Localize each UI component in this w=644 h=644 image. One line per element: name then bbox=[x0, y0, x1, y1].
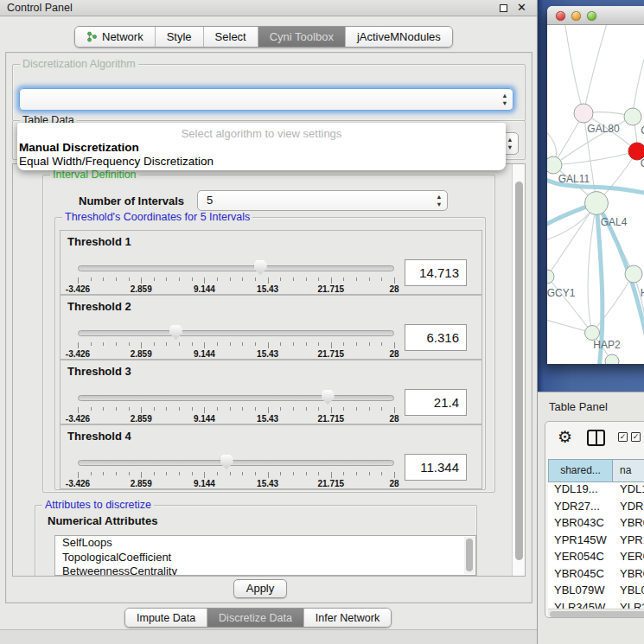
table-row[interactable]: YLR345WYLR3 bbox=[548, 601, 644, 609]
list-item[interactable]: TopologicalCoefficient bbox=[55, 551, 475, 565]
slider-ticks bbox=[78, 277, 394, 284]
scrollbar-thumb[interactable] bbox=[515, 182, 523, 560]
scale-label: 2.859 bbox=[131, 479, 152, 488]
node-label: G bbox=[641, 124, 644, 137]
column-header-name[interactable]: na bbox=[613, 459, 644, 482]
node-label: GAL4 bbox=[601, 216, 628, 228]
column-layout-icon[interactable] bbox=[587, 430, 605, 446]
list-scrollbar[interactable] bbox=[464, 537, 475, 574]
control-panel-titlebar: Control Panel ✕ bbox=[0, 0, 537, 16]
threshold-1-slider[interactable] bbox=[78, 262, 394, 277]
threshold-2-slider[interactable] bbox=[78, 327, 394, 342]
threshold-3-value-field[interactable] bbox=[405, 389, 467, 416]
slider-thumb[interactable] bbox=[322, 390, 335, 405]
close-icon[interactable]: ✕ bbox=[517, 1, 526, 14]
scale-label: 2.859 bbox=[131, 284, 152, 294]
node-gal11[interactable] bbox=[547, 156, 562, 174]
scale-label: 15.43 bbox=[257, 414, 278, 424]
table-row[interactable]: YBR043CYBR0 bbox=[548, 516, 644, 533]
slider-track[interactable] bbox=[78, 330, 394, 336]
node-label: H bbox=[641, 287, 644, 299]
tab-discretize-data[interactable]: Discretize Data bbox=[207, 609, 304, 627]
close-traffic-light-icon[interactable] bbox=[556, 11, 565, 21]
slider-track[interactable] bbox=[78, 265, 394, 271]
threshold-2-value-field[interactable] bbox=[405, 324, 467, 351]
scale-label: 2.859 bbox=[131, 414, 152, 424]
float-window-icon[interactable] bbox=[500, 4, 507, 12]
threshold-3-panel: Threshold 3 -3.4262.8599.14415.4321.7152… bbox=[60, 360, 482, 424]
node-label: C bbox=[641, 157, 644, 169]
checkbox-icon[interactable]: ✓ bbox=[631, 432, 641, 442]
attributes-group-title: Attributes to discretize bbox=[42, 499, 154, 511]
zoom-traffic-light-icon[interactable] bbox=[587, 11, 596, 21]
threshold-3-slider[interactable] bbox=[78, 392, 394, 407]
node-top-right[interactable] bbox=[624, 108, 641, 125]
algorithm-option-equal-width[interactable]: Equal Width/Frequency Discretization bbox=[19, 155, 214, 168]
slider-ticks bbox=[78, 342, 394, 349]
threshold-1-value-field[interactable] bbox=[405, 259, 467, 286]
table-row[interactable]: YBR045CYBR0 bbox=[548, 567, 644, 584]
algorithm-placeholder-option[interactable]: Select algorithm to view settings bbox=[17, 127, 506, 140]
scrollbar-thumb[interactable] bbox=[466, 539, 473, 571]
slider-scale-labels: -3.4262.8599.14415.4321.71528 bbox=[78, 284, 394, 294]
combo-arrows-icon: ▴▾ bbox=[437, 193, 441, 208]
gear-icon[interactable]: ⚙ bbox=[558, 427, 572, 446]
number-of-intervals-combobox[interactable]: 5 ▴▾ bbox=[197, 190, 448, 211]
threshold-4-panel: Threshold 4 -3.4262.8599.14415.4321.7152… bbox=[60, 424, 482, 489]
slider-ticks bbox=[78, 407, 394, 414]
scale-label: 21.715 bbox=[318, 284, 345, 294]
control-panel-window: Control Panel ✕ Network Style Select Cyn… bbox=[0, 0, 538, 644]
scale-label: 9.144 bbox=[194, 414, 215, 424]
table-row[interactable]: YBL079WYBL0 bbox=[548, 583, 644, 601]
checkbox-icon[interactable]: ✓ bbox=[618, 432, 628, 442]
node-hap2[interactable] bbox=[585, 326, 600, 341]
table-horizontal-scrollbar[interactable] bbox=[548, 609, 644, 617]
list-item[interactable]: SelfLoops bbox=[55, 536, 475, 551]
slider-thumb[interactable] bbox=[220, 455, 233, 469]
slider-thumb[interactable] bbox=[254, 260, 267, 275]
control-panel-tabbar: Network Style Select Cyni Toolbox jActiv… bbox=[74, 26, 453, 48]
column-header-shared[interactable]: shared... bbox=[548, 459, 613, 482]
slider-thumb[interactable] bbox=[169, 325, 182, 340]
slider-track[interactable] bbox=[78, 460, 394, 466]
apply-button[interactable]: Apply bbox=[233, 579, 287, 598]
tab-network[interactable]: Network bbox=[75, 27, 156, 47]
node-gal4[interactable] bbox=[585, 192, 609, 215]
minimize-traffic-light-icon[interactable] bbox=[571, 11, 581, 21]
table-body[interactable]: YDL19...YDL1 YDR27...YDR2 YBR043CYBR0 YP… bbox=[548, 482, 644, 609]
numerical-attributes-list[interactable]: SelfLoops TopologicalCoefficient Between… bbox=[54, 535, 476, 576]
threshold-4-value-field[interactable] bbox=[405, 454, 467, 481]
tab-select[interactable]: Select bbox=[204, 27, 258, 47]
table-row[interactable]: YPR145WYPR1 bbox=[548, 533, 644, 551]
tab-cyni-toolbox[interactable]: Cyni Toolbox bbox=[258, 27, 346, 47]
threshold-1-panel: Threshold 1 -3.4262.8599.14415.4321.7152… bbox=[60, 230, 482, 295]
node-gal80[interactable] bbox=[574, 104, 593, 123]
node-h[interactable] bbox=[625, 265, 642, 283]
settings-scrollbar[interactable] bbox=[512, 164, 525, 576]
scale-label: 28 bbox=[389, 414, 399, 424]
table-panel-title: Table Panel bbox=[549, 400, 608, 413]
scale-label: -3.426 bbox=[66, 349, 90, 359]
scale-label: 21.715 bbox=[318, 414, 345, 424]
scale-label: 28 bbox=[389, 479, 399, 488]
slider-track[interactable] bbox=[78, 395, 394, 401]
thresholds-group: Threshold's Coordinates for 5 Intervals … bbox=[54, 217, 486, 490]
tab-style[interactable]: Style bbox=[156, 27, 204, 47]
threshold-4-slider[interactable] bbox=[78, 456, 394, 472]
cyni-bottom-tabbar: Impute Data Discretize Data Infer Networ… bbox=[124, 608, 392, 628]
node-bottom-partial[interactable] bbox=[605, 354, 619, 364]
tab-infer-network[interactable]: Infer Network bbox=[304, 609, 391, 627]
list-item[interactable]: BetweennessCentrality bbox=[55, 564, 475, 576]
network-canvas[interactable]: GAL80 G C GAL11 GAL4 GCY1 H HAP2 bbox=[547, 25, 644, 364]
node-gcy1[interactable] bbox=[547, 270, 554, 284]
scale-label: 15.43 bbox=[257, 349, 278, 359]
tab-jactivemnodules[interactable]: jActiveMNodules bbox=[346, 27, 452, 47]
threshold-2-panel: Threshold 2 -3.4262.8599.14415.4321.7152… bbox=[60, 295, 482, 360]
scrollbar-thumb[interactable] bbox=[550, 611, 644, 617]
algorithm-combobox[interactable]: ▴▾ bbox=[19, 88, 513, 111]
algorithm-option-manual[interactable]: Manual Discretization bbox=[19, 141, 139, 154]
table-row[interactable]: YDL19...YDL1 bbox=[548, 482, 644, 500]
table-row[interactable]: YER054CYER0 bbox=[548, 550, 644, 567]
tab-impute-data[interactable]: Impute Data bbox=[125, 609, 207, 627]
table-row[interactable]: YDR27...YDR2 bbox=[548, 500, 644, 517]
